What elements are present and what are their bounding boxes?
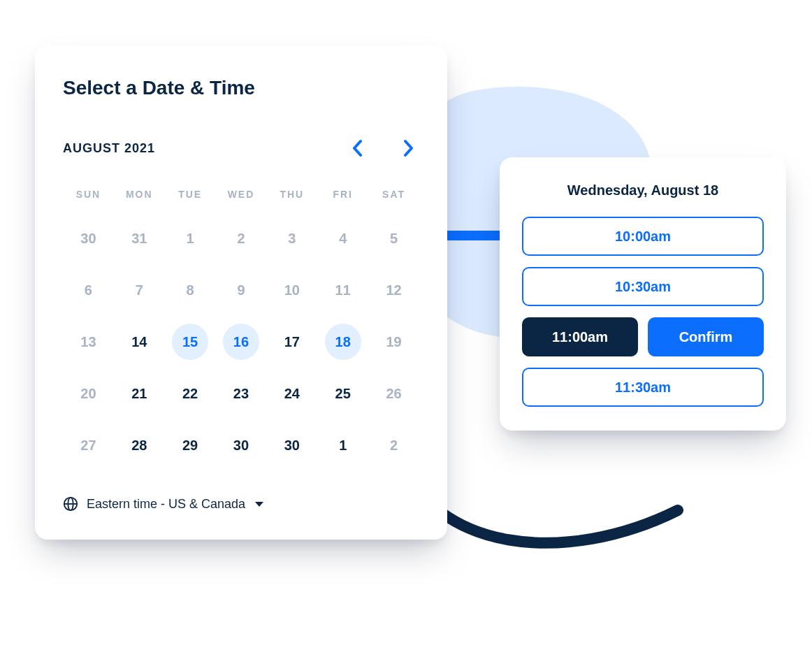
calendar-day[interactable]: 15	[165, 316, 216, 368]
calendar-day[interactable]: 16	[216, 316, 267, 368]
calendar-day[interactable]: 28	[114, 419, 165, 471]
dow-label: THU	[266, 182, 317, 207]
time-slot[interactable]: 11:30am	[522, 368, 764, 407]
calendar-day[interactable]: 18	[317, 316, 368, 368]
calendar-day: 19	[368, 316, 419, 368]
calendar-day: 10	[266, 264, 317, 316]
calendar-day: 27	[63, 419, 114, 471]
chevron-left-icon	[351, 138, 365, 158]
calendar-card: Select a Date & Time AUGUST 2021 SUN MON…	[35, 45, 447, 540]
confirm-button[interactable]: Confirm	[648, 317, 764, 356]
dow-label: FRI	[317, 182, 368, 207]
calendar-grid: 3031123456789101112131415161718192021222…	[63, 212, 419, 471]
timezone-selector[interactable]: Eastern time - US & Canada	[63, 496, 419, 512]
calendar-day: 6	[63, 264, 114, 316]
calendar-day[interactable]: 29	[165, 419, 216, 471]
calendar-day[interactable]: 23	[216, 368, 267, 419]
timezone-label: Eastern time - US & Canada	[87, 497, 245, 512]
calendar-day: 26	[368, 368, 419, 419]
calendar-day: 9	[216, 264, 267, 316]
calendar-day[interactable]: 17	[266, 316, 317, 368]
dow-label: SUN	[63, 182, 114, 207]
calendar-day[interactable]: 21	[114, 368, 165, 419]
dow-label: MON	[114, 182, 165, 207]
calendar-day[interactable]: 25	[317, 368, 368, 419]
next-month-button[interactable]	[397, 134, 419, 162]
calendar-day: 30	[63, 212, 114, 264]
chevron-down-icon	[255, 502, 263, 507]
calendar-day[interactable]: 24	[266, 368, 317, 419]
calendar-day: 20	[63, 368, 114, 419]
calendar-day[interactable]: 22	[165, 368, 216, 419]
calendar-day: 2	[368, 419, 419, 471]
dow-label: WED	[216, 182, 267, 207]
calendar-day: 5	[368, 212, 419, 264]
calendar-day: 11	[317, 264, 368, 316]
month-label: AUGUST 2021	[63, 141, 155, 156]
calendar-day[interactable]: 14	[114, 316, 165, 368]
calendar-day: 8	[165, 264, 216, 316]
time-slot-card: Wednesday, August 18 10:00am10:30am11:00…	[500, 157, 786, 431]
globe-icon	[63, 496, 78, 512]
calendar-day: 7	[114, 264, 165, 316]
dow-label: SAT	[368, 182, 419, 207]
calendar-day: 31	[114, 212, 165, 264]
prev-month-button[interactable]	[347, 134, 369, 162]
calendar-day: 1	[165, 212, 216, 264]
chevron-right-icon	[401, 138, 415, 158]
time-slot-selected[interactable]: 11:00am	[522, 317, 638, 356]
calendar-day[interactable]: 1	[317, 419, 368, 471]
calendar-day[interactable]: 30	[266, 419, 317, 471]
selected-date-label: Wednesday, August 18	[522, 182, 764, 198]
calendar-day: 4	[317, 212, 368, 264]
page-title: Select a Date & Time	[63, 77, 419, 99]
time-slot[interactable]: 10:30am	[522, 267, 764, 306]
calendar-day: 3	[266, 212, 317, 264]
day-of-week-header: SUN MON TUE WED THU FRI SAT	[63, 182, 419, 207]
time-slot-list: 10:00am10:30am11:00amConfirm11:30am	[522, 217, 764, 407]
calendar-day[interactable]: 30	[216, 419, 267, 471]
dow-label: TUE	[165, 182, 216, 207]
calendar-day: 13	[63, 316, 114, 368]
calendar-day: 2	[216, 212, 267, 264]
calendar-day: 12	[368, 264, 419, 316]
time-slot[interactable]: 10:00am	[522, 217, 764, 256]
